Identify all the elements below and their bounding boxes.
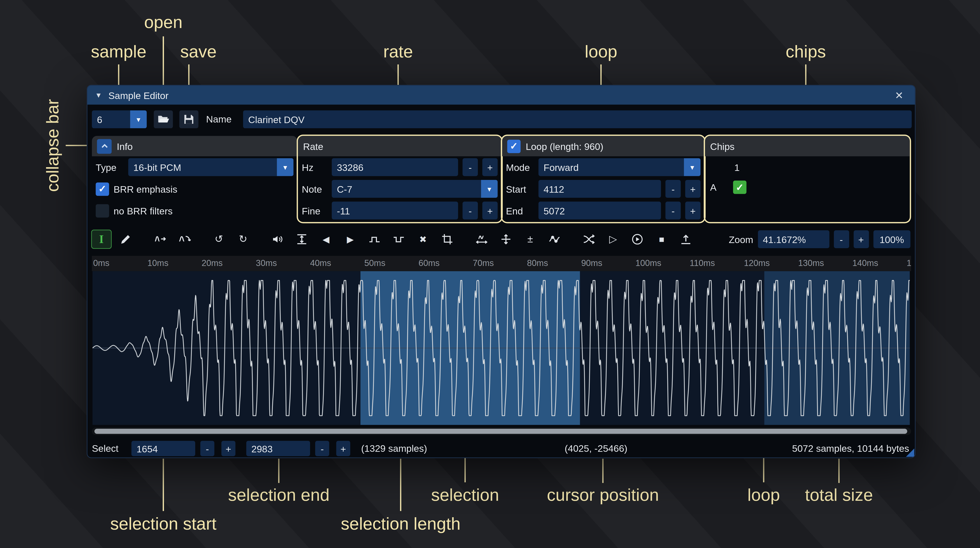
waveform-scrollbar[interactable] xyxy=(92,427,911,435)
chevron-down-icon[interactable]: ▼ xyxy=(481,180,498,198)
fade-in-button[interactable]: ◀ xyxy=(317,230,336,248)
chips-grid: 1 A ✓ xyxy=(705,156,910,222)
fine-increment-button[interactable]: + xyxy=(482,202,498,220)
sample-number-select[interactable]: 6 ▼ xyxy=(92,110,147,128)
selection-end-decrement-button[interactable]: - xyxy=(315,441,329,456)
sign-button[interactable]: ± xyxy=(520,230,540,248)
scrollbar-thumb[interactable] xyxy=(94,429,907,434)
waveform-canvas[interactable] xyxy=(92,271,910,425)
stop-button[interactable]: ■ xyxy=(652,230,671,248)
chips-panel-title: Chips xyxy=(710,141,735,151)
sample-name-input[interactable] xyxy=(243,110,912,128)
selection-end-increment-button[interactable]: + xyxy=(336,441,350,456)
fine-input[interactable] xyxy=(332,202,458,220)
ruler-label: 40ms xyxy=(310,258,331,268)
loop-panel-header: ✓ Loop (length: 960) xyxy=(502,136,705,156)
loop-start-increment-button[interactable]: + xyxy=(685,180,700,198)
title-bar[interactable]: ▼ Sample Editor ✕ xyxy=(88,86,915,105)
total-size-text: 5072 samples, 10144 bytes xyxy=(792,439,909,458)
preview-button[interactable]: ▷ xyxy=(603,230,623,248)
hz-input[interactable] xyxy=(332,158,458,176)
note-select[interactable]: C-7 ▼ xyxy=(332,180,498,198)
reverse-button[interactable] xyxy=(472,230,492,248)
ruler-label: 60ms xyxy=(418,258,439,268)
ruler-label: 120ms xyxy=(744,258,770,268)
filter-button[interactable] xyxy=(545,230,564,248)
normalize-button[interactable] xyxy=(292,230,312,248)
invert-button[interactable] xyxy=(496,230,515,248)
info-panel: Info Type 16-bit PCM ▼ ✓ BRR emphasis no… xyxy=(92,136,298,222)
create-wavetable-button[interactable] xyxy=(676,230,695,248)
zoom-out-button[interactable]: - xyxy=(834,230,849,248)
sample-number-value: 6 xyxy=(92,110,130,128)
annotation-loop-panel: loop xyxy=(585,42,617,62)
brr-emphasis-checkbox[interactable]: ✓ xyxy=(95,182,109,195)
annotation-total-size: total size xyxy=(805,486,873,505)
window-collapse-icon[interactable]: ▼ xyxy=(95,91,102,99)
loop-start-input[interactable] xyxy=(538,180,661,198)
fade-out-icon: ▶ xyxy=(347,235,354,244)
type-select[interactable]: 16-bit PCM ▼ xyxy=(128,158,293,176)
selection-start-input[interactable] xyxy=(132,441,196,456)
ruler-label: 20ms xyxy=(202,258,223,268)
collapse-bar-button[interactable] xyxy=(97,139,112,153)
chip-a1-checkbox[interactable]: ✓ xyxy=(733,180,746,194)
no-brr-filters-checkbox[interactable] xyxy=(95,204,109,217)
edit-mode-button[interactable]: I xyxy=(92,230,111,248)
loop-end-decrement-button[interactable]: - xyxy=(665,202,681,220)
resample-button[interactable] xyxy=(175,230,194,248)
invert-icon xyxy=(500,233,512,245)
fine-decrement-button[interactable]: - xyxy=(463,202,478,220)
chevron-down-icon[interactable]: ▼ xyxy=(684,158,700,176)
ruler-label: 140ms xyxy=(853,258,878,268)
chevron-up-icon xyxy=(99,141,109,151)
undo-icon: ↺ xyxy=(215,234,223,244)
crossfade-button[interactable] xyxy=(579,230,598,248)
open-button[interactable] xyxy=(154,110,173,128)
zoom-in-button[interactable]: + xyxy=(853,230,869,248)
chevron-down-icon[interactable]: ▼ xyxy=(130,110,147,128)
redo-button[interactable]: ↻ xyxy=(234,230,253,248)
resize-grip[interactable] xyxy=(906,448,914,457)
insert-silence-icon xyxy=(368,233,381,245)
close-button[interactable]: ✕ xyxy=(891,88,907,102)
trim-button[interactable] xyxy=(438,230,457,248)
sample-editor-window: ▼ Sample Editor ✕ 6 ▼ Name xyxy=(87,85,915,458)
resize-button[interactable] xyxy=(151,230,170,248)
loop-enable-checkbox[interactable]: ✓ xyxy=(507,139,520,153)
annotation-selection-end-line xyxy=(278,459,280,483)
zoom-input[interactable] xyxy=(758,230,829,248)
amplify-button[interactable] xyxy=(268,230,287,248)
draw-button[interactable] xyxy=(116,230,135,248)
selection-start-decrement-button[interactable]: - xyxy=(200,441,215,456)
hz-increment-button[interactable]: + xyxy=(482,158,498,176)
upload-icon xyxy=(679,233,692,245)
annotation-rate: rate xyxy=(383,42,413,62)
fade-out-button[interactable]: ▶ xyxy=(340,230,360,248)
selection-start-increment-button[interactable]: + xyxy=(221,441,235,456)
ruler-label: 80ms xyxy=(527,258,548,268)
loop-start-decrement-button[interactable]: - xyxy=(665,180,681,198)
selection-end-input[interactable] xyxy=(246,441,310,456)
ruler-label: 100ms xyxy=(635,258,661,268)
loop-mode-select[interactable]: Forward ▼ xyxy=(538,158,700,176)
note-value: C-7 xyxy=(332,180,481,198)
save-button[interactable] xyxy=(179,110,199,128)
annotation-cursor-position: cursor position xyxy=(547,486,659,505)
loop-start-label: Start xyxy=(506,183,534,194)
hz-decrement-button[interactable]: - xyxy=(463,158,478,176)
filter-wave-icon xyxy=(548,233,561,245)
apply-silence-button[interactable] xyxy=(389,230,409,248)
insert-silence-button[interactable] xyxy=(365,230,384,248)
delete-button[interactable]: ✖ xyxy=(414,230,433,248)
chips-panel: Chips 1 A ✓ xyxy=(705,136,910,222)
undo-button[interactable]: ↺ xyxy=(209,230,229,248)
chevron-down-icon[interactable]: ▼ xyxy=(277,158,294,176)
info-panel-title: Info xyxy=(117,141,133,151)
rate-panel: Rate Hz - + Note C-7 ▼ Fine - + xyxy=(298,136,501,222)
zoom-reset-button[interactable]: 100% xyxy=(873,230,910,248)
loop-end-input[interactable] xyxy=(538,202,661,220)
loop-end-increment-button[interactable]: + xyxy=(685,202,700,220)
play-button[interactable] xyxy=(628,230,647,248)
mode-label: Mode xyxy=(506,162,534,172)
